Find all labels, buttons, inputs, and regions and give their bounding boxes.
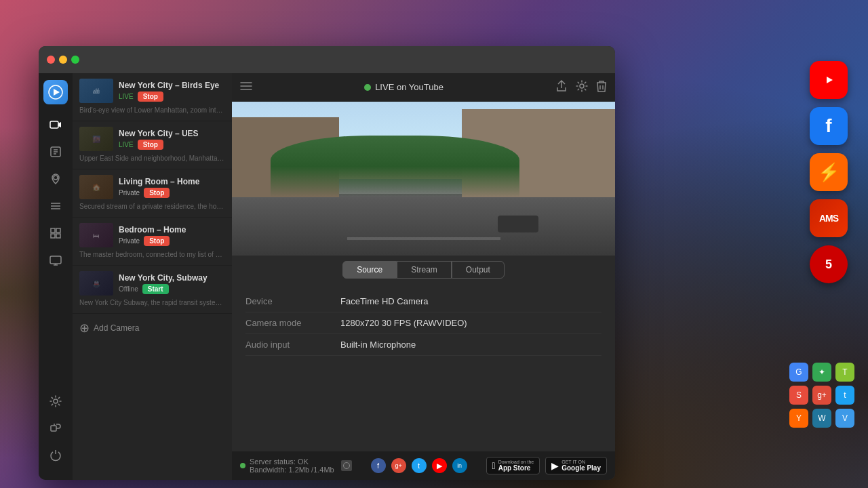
chrome-small-icon[interactable]: ✦ — [812, 363, 831, 382]
add-icon: ⊕ — [79, 321, 90, 336]
server-status: Server status: OK Bandwidth: 1.2Mb /1.4M… — [240, 458, 352, 474]
sidebar-tv-icon[interactable] — [43, 248, 68, 272]
device-label: Device — [245, 296, 340, 306]
twitter-social-icon[interactable]: t — [412, 458, 427, 473]
camera-thumbnail: 🏠 — [79, 175, 113, 199]
camera-mode-row: Camera mode 868x488 30 FPS (RAWVIDEO) — [245, 312, 601, 334]
camera-status-row: LIVE Stop — [119, 92, 225, 102]
app-logo[interactable] — [43, 80, 68, 104]
camera-item[interactable]: 🌆 New York City – UES LIVE Stop Upper Ea… — [73, 121, 232, 169]
tabs-row: Source Stream Output — [232, 256, 615, 284]
camera-item-header: 🏙 New York City – Birds Eye LIVE Stop — [79, 79, 225, 103]
svg-rect-16 — [51, 234, 55, 238]
youtube-small-icon[interactable]: Y — [789, 409, 808, 428]
disk-icon — [341, 460, 352, 471]
topbar-actions — [555, 80, 607, 95]
share-icon[interactable] — [555, 80, 568, 95]
road-line — [347, 237, 500, 240]
start-button[interactable]: Start — [142, 284, 169, 294]
flash-desktop-icon[interactable]: ⚡ — [810, 153, 848, 191]
server-status-label: Server status: OK — [250, 458, 334, 466]
camera-description: Upper East Side and neighborhood, Manhat… — [79, 154, 225, 163]
sidebar-grid-icon[interactable] — [43, 221, 68, 245]
gplus-small-icon[interactable]: g+ — [812, 386, 831, 405]
tab-output[interactable]: Output — [452, 261, 505, 279]
sidebar-power-icon[interactable] — [43, 443, 68, 468]
menu-icon[interactable] — [240, 81, 252, 94]
sidebar-settings-icon[interactable] — [43, 389, 68, 413]
title-bar — [39, 46, 615, 73]
twitter-small-icon[interactable]: t — [835, 386, 854, 405]
status-badge: LIVE — [119, 93, 134, 100]
camera-mode-label: Camera mode — [245, 318, 340, 328]
google-play-sub: GET IT ON — [561, 460, 601, 464]
add-camera-label: Add Camera — [94, 323, 139, 333]
svg-rect-4 — [50, 121, 58, 128]
google-small-icon[interactable]: G — [789, 363, 808, 382]
minimize-button[interactable] — [59, 56, 67, 64]
facebook-desktop-icon[interactable]: f — [810, 107, 848, 145]
tumblr-small-icon[interactable]: T — [835, 363, 854, 382]
camera-item[interactable]: 🏙 New York City – Birds Eye LIVE Stop Bi… — [73, 73, 232, 121]
camera-description: New York City Subway, the rapid transit … — [79, 298, 225, 308]
apple-icon:  — [492, 460, 496, 471]
camera-thumbnail: 🏙 — [79, 79, 113, 103]
status-badge: LIVE — [119, 141, 134, 148]
sidebar-addons-icon[interactable] — [43, 416, 68, 441]
sidebar-book-icon[interactable] — [43, 140, 68, 164]
status-badge: Offline — [119, 285, 138, 293]
close-button[interactable] — [47, 56, 55, 64]
svg-point-10 — [54, 176, 58, 180]
stop-button[interactable]: Stop — [144, 236, 170, 246]
audio-input-value: Built-in Microphone — [340, 340, 416, 350]
camera-item[interactable]: 🚇 New York City, Subway Offline Start Ne… — [73, 266, 232, 314]
camera-description: Secured stream of a private residence, t… — [79, 202, 225, 211]
wordpress-small-icon[interactable]: W — [812, 409, 831, 428]
camera-thumbnail: 🌆 — [79, 127, 113, 151]
camera-item[interactable]: 🛏 Bedroom – Home Private Stop The master… — [73, 218, 232, 266]
camera-thumbnail: 🛏 — [79, 223, 113, 247]
sidebar-list-icon[interactable] — [43, 194, 68, 218]
stumble-small-icon[interactable]: S — [789, 386, 808, 405]
desktop-icon-dock: f ⚡ AMS 5 — [810, 61, 848, 283]
stop-button[interactable]: Stop — [138, 140, 163, 150]
maximize-button[interactable] — [71, 56, 79, 64]
settings-icon[interactable] — [576, 80, 588, 95]
camera-item[interactable]: 🏠 Living Room – Home Private Stop Secure… — [73, 169, 232, 218]
youtube-desktop-icon[interactable] — [810, 61, 848, 99]
youtube-social-icon[interactable]: ▶ — [432, 458, 447, 473]
trees — [271, 136, 519, 197]
svg-point-21 — [54, 399, 58, 403]
s5-desktop-icon[interactable]: 5 — [810, 245, 848, 283]
sidebar-location-icon[interactable] — [43, 167, 68, 191]
stop-button[interactable]: Stop — [138, 92, 163, 102]
app-store-badge[interactable]:  Download on the App Store — [486, 457, 540, 474]
camera-list: 🏙 New York City – Birds Eye LIVE Stop Bi… — [73, 73, 232, 480]
google-play-badge[interactable]: ▶ GET IT ON Google Play — [545, 457, 607, 474]
tab-source[interactable]: Source — [342, 261, 397, 279]
sidebar-cameras-icon[interactable] — [43, 113, 68, 137]
svg-rect-17 — [56, 234, 60, 238]
scene-overlay — [232, 102, 615, 256]
stop-button[interactable]: Stop — [144, 188, 170, 198]
camera-thumbnail: 🚇 — [79, 271, 113, 296]
camera-name: Bedroom – Home — [119, 225, 225, 235]
google-play-main: Google Play — [561, 464, 601, 472]
svg-point-27 — [580, 84, 584, 88]
live-dot — [364, 84, 371, 91]
status-bar: Server status: OK Bandwidth: 1.2Mb /1.4M… — [232, 451, 615, 480]
tab-stream[interactable]: Stream — [397, 261, 452, 279]
delete-icon[interactable] — [596, 80, 607, 95]
vimeo-small-icon[interactable]: V — [835, 409, 854, 428]
facebook-social-icon[interactable]: f — [371, 458, 386, 473]
svg-rect-14 — [51, 228, 55, 232]
ams-desktop-icon[interactable]: AMS — [810, 199, 848, 237]
linkedin-social-icon[interactable]: in — [452, 458, 467, 473]
device-value: FaceTime HD Camera — [340, 296, 429, 306]
svg-rect-15 — [56, 228, 60, 232]
camera-description: The master bedroom, connected to my list… — [79, 250, 225, 260]
status-dot — [240, 463, 245, 468]
gplus-social-icon[interactable]: g+ — [391, 458, 406, 473]
device-row: Device FaceTime HD Camera — [245, 291, 601, 312]
add-camera-button[interactable]: ⊕ Add Camera — [73, 314, 232, 342]
